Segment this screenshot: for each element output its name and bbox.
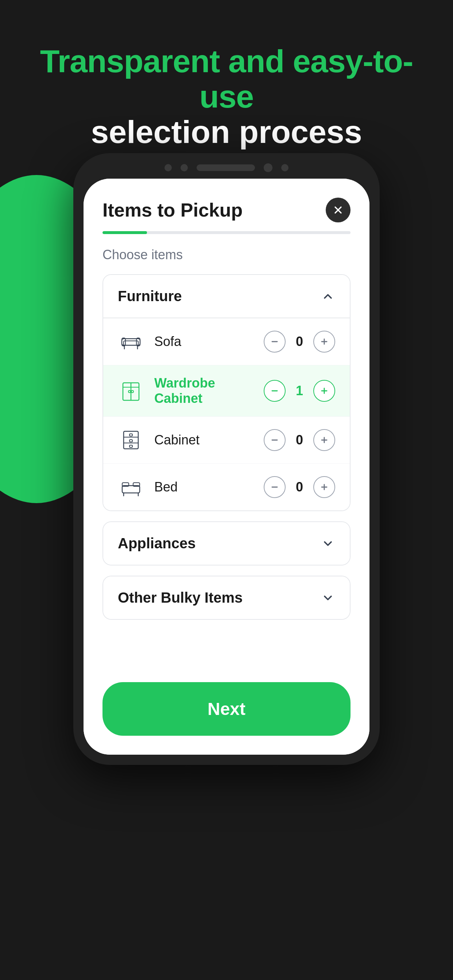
- notch-camera-right: [180, 164, 188, 171]
- category-appliances: Appliances: [102, 521, 351, 565]
- category-furniture: Furniture: [102, 274, 351, 511]
- bed-icon: [118, 474, 144, 500]
- phone-outer: Items to Pickup Choose items: [73, 153, 380, 765]
- sofa-count: 0: [293, 334, 306, 349]
- cabinet-icon: [118, 427, 144, 453]
- sofa-label: Sofa: [154, 334, 264, 349]
- appliances-chevron-down-icon: [321, 536, 335, 551]
- notch-speaker: [196, 164, 255, 171]
- modal-header: Items to Pickup: [102, 197, 351, 223]
- cabinet-count: 0: [293, 433, 306, 448]
- cabinet-counter: 0: [264, 429, 335, 451]
- other-bulky-category-header[interactable]: Other Bulky Items: [103, 576, 350, 619]
- svg-point-9: [131, 390, 134, 393]
- cabinet-label: Cabinet: [154, 433, 264, 448]
- next-button[interactable]: Next: [102, 682, 351, 736]
- wardrobe-count: 1: [293, 383, 306, 398]
- choose-items-label: Choose items: [102, 247, 351, 262]
- notch-sensor: [264, 163, 273, 172]
- wardrobe-label: Wardrobe Cabinet: [154, 375, 264, 406]
- furniture-category-header[interactable]: Furniture: [103, 275, 350, 318]
- sofa-increment-button[interactable]: [313, 331, 335, 353]
- wardrobe-counter: 1: [264, 380, 335, 402]
- furniture-chevron-up-icon: [321, 289, 335, 304]
- furniture-item-list: Sofa 0: [103, 318, 350, 511]
- cabinet-increment-button[interactable]: [313, 429, 335, 451]
- svg-rect-0: [122, 339, 140, 345]
- item-row-bed: Bed 0: [103, 464, 350, 511]
- bed-decrement-button[interactable]: [264, 476, 286, 498]
- svg-rect-15: [129, 440, 132, 442]
- svg-rect-16: [129, 445, 132, 447]
- spacer: [102, 630, 351, 682]
- notch-dot-extra: [281, 164, 289, 171]
- modal-card: Items to Pickup Choose items: [83, 179, 370, 755]
- cabinet-decrement-button[interactable]: [264, 429, 286, 451]
- item-row-cabinet: Cabinet 0: [103, 417, 350, 464]
- header-line1: Transparent and easy-to-use: [22, 44, 431, 115]
- wardrobe-icon: [118, 378, 144, 404]
- notch-camera-left: [164, 164, 172, 171]
- item-row-wardrobe: Wardrobe Cabinet 1: [103, 365, 350, 417]
- furniture-category-title: Furniture: [118, 288, 182, 304]
- bed-count: 0: [293, 479, 306, 495]
- header-line2: selection process: [22, 115, 431, 150]
- progress-bar-track: [102, 231, 351, 234]
- svg-rect-14: [129, 434, 132, 436]
- progress-bar-container: [102, 231, 351, 234]
- appliances-category-header[interactable]: Appliances: [103, 522, 350, 565]
- svg-point-8: [128, 390, 131, 393]
- bed-counter: 0: [264, 476, 335, 498]
- progress-bar-fill: [102, 231, 147, 234]
- wardrobe-increment-button[interactable]: [313, 380, 335, 402]
- header-section: Transparent and easy-to-use selection pr…: [22, 44, 431, 150]
- other-bulky-category-title: Other Bulky Items: [118, 590, 242, 606]
- sofa-decrement-button[interactable]: [264, 331, 286, 353]
- item-row-sofa: Sofa 0: [103, 318, 350, 365]
- phone-notch: [83, 163, 370, 172]
- close-button[interactable]: [326, 197, 351, 223]
- appliances-category-title: Appliances: [118, 535, 196, 552]
- sofa-counter: 0: [264, 331, 335, 353]
- bed-label: Bed: [154, 479, 264, 495]
- phone-screen: Items to Pickup Choose items: [83, 179, 370, 755]
- phone-mockup: Items to Pickup Choose items: [73, 153, 380, 765]
- modal-title: Items to Pickup: [102, 199, 242, 221]
- sofa-icon: [118, 328, 144, 355]
- category-other-bulky: Other Bulky Items: [102, 576, 351, 620]
- bed-increment-button[interactable]: [313, 476, 335, 498]
- other-bulky-chevron-down-icon: [321, 590, 335, 605]
- close-icon: [332, 204, 344, 216]
- wardrobe-decrement-button[interactable]: [264, 380, 286, 402]
